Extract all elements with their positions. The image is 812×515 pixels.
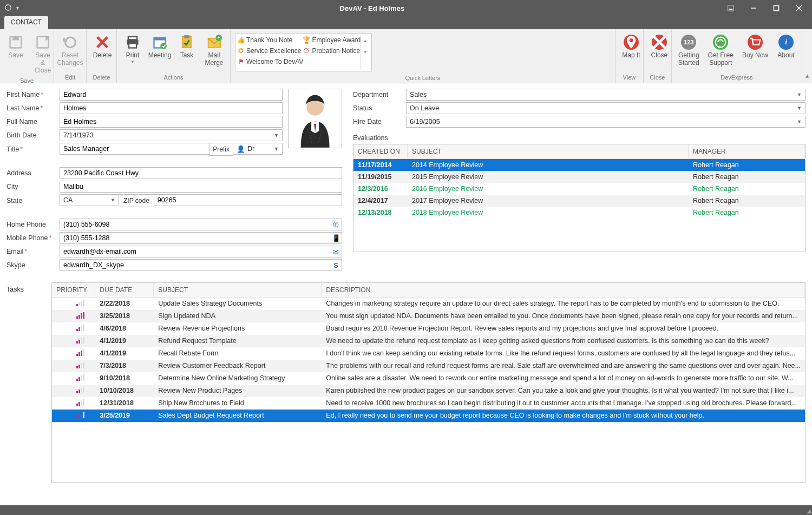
skype-field[interactable]	[60, 259, 330, 271]
table-row[interactable]: 10/10/2018Review New Product PagesKaren …	[52, 385, 805, 397]
quick-letters-gallery[interactable]: 👍Thank You Note ✪Service Excellence ⚑Wel…	[235, 34, 372, 71]
task-priority	[52, 372, 95, 385]
save-button[interactable]: Save	[2, 31, 29, 62]
eval-col-manager[interactable]: MANAGER	[689, 144, 805, 159]
map-it-button[interactable]: Map It	[618, 31, 645, 62]
zip-field[interactable]	[154, 194, 342, 206]
contact-photo[interactable]	[288, 89, 342, 148]
task-description: I don't think we can keep sending our ex…	[322, 347, 805, 360]
quick-letter-item[interactable]: ✪Service Excellence	[238, 46, 303, 56]
mobile-icon[interactable]: 📱	[330, 232, 342, 244]
table-row[interactable]: 9/10/2018Determine New Online Marketing …	[52, 372, 805, 385]
tasks-col-desc[interactable]: DESCRIPTION	[322, 283, 805, 297]
prefix-field[interactable]: 👤Dr▼	[233, 143, 283, 155]
mail-merge-button[interactable]: +Mail Merge	[200, 31, 228, 69]
task-description: Need to receive 1000 new brochures so I …	[322, 397, 805, 410]
ribbon-mode-icon[interactable]	[720, 0, 742, 16]
clock-icon: ⏱	[303, 48, 310, 54]
phone-icon[interactable]: ✆	[330, 219, 342, 230]
close-button[interactable]: Close	[646, 31, 673, 62]
quick-letter-item[interactable]: 👍Thank You Note	[238, 35, 303, 45]
task-button[interactable]: Task	[173, 31, 200, 62]
about-button[interactable]: iAbout	[772, 31, 800, 62]
get-free-support-button[interactable]: Get Free Support	[704, 31, 738, 69]
qat-dropdown-icon[interactable]: ▼	[15, 5, 20, 11]
table-row[interactable]: 4/1/2019Recall Rebate FormI don't think …	[52, 347, 805, 360]
svg-rect-21	[184, 35, 189, 38]
last-name-field[interactable]	[60, 102, 283, 114]
table-row[interactable]: 12/4/20172017 Employee ReviewRobert Reag…	[353, 195, 805, 207]
eval-col-subject[interactable]: SUBJECT	[408, 144, 689, 159]
table-row[interactable]: 11/19/20152015 Employee ReviewRobert Rea…	[353, 171, 805, 183]
ribbon-group-devexpress-label: DevExpress	[672, 73, 802, 83]
address-field[interactable]	[60, 167, 342, 179]
buy-now-button[interactable]: Buy Now	[738, 31, 772, 62]
app-icon	[4, 4, 12, 13]
task-priority	[52, 347, 95, 360]
task-priority	[52, 335, 95, 347]
table-row[interactable]: 3/25/2019Sales Dept Budget Request Repor…	[52, 410, 805, 422]
reset-changes-button[interactable]: Reset Changes	[56, 31, 84, 69]
save-close-button[interactable]: Save & Close	[29, 31, 56, 76]
mail-icon[interactable]: ✉	[330, 246, 342, 258]
table-row[interactable]: 12/3/20162016 Employee ReviewRobert Reag…	[353, 183, 805, 195]
ribbon-group-save-label: Save	[0, 76, 54, 86]
eval-col-created[interactable]: CREATED ON	[353, 144, 408, 159]
maximize-button[interactable]	[765, 0, 787, 16]
skype-icon[interactable]: S	[330, 259, 342, 271]
table-row[interactable]: 3/25/2018Sign Updated NDAYou must sign u…	[52, 310, 805, 322]
full-name-field[interactable]	[60, 116, 283, 128]
title-field[interactable]	[60, 143, 209, 155]
resize-grip-icon[interactable]: ◢	[807, 508, 811, 514]
gallery-up-icon[interactable]: ▲	[361, 35, 369, 47]
department-label: Department	[353, 91, 406, 98]
meeting-button[interactable]: Meeting	[146, 31, 173, 62]
birth-date-field[interactable]: 7/14/1973▼	[60, 129, 283, 141]
table-row[interactable]: 7/3/2018Review Customer Feedback ReportT…	[52, 360, 805, 372]
quick-letter-item[interactable]: ⏱Probation Notice	[303, 46, 361, 56]
tasks-col-priority[interactable]: PRIORITY	[52, 283, 95, 297]
table-row[interactable]: 4/6/2018Review Revenue ProjectionsBoard …	[52, 322, 805, 335]
zip-label: ZIP code	[119, 194, 154, 207]
ribbon-collapse-icon[interactable]: ▴	[802, 29, 812, 83]
table-row[interactable]: 12/31/2018Ship New Brochures to FieldNee…	[52, 397, 805, 410]
task-due: 3/25/2018	[95, 310, 154, 322]
mobile-phone-field[interactable]	[60, 232, 330, 244]
quick-letter-item[interactable]: 🏆Employee Award	[303, 35, 361, 45]
table-row[interactable]: 12/13/20182018 Employee ReviewRobert Rea…	[353, 207, 805, 219]
status-field[interactable]: On Leave▼	[406, 102, 806, 114]
state-field[interactable]: CA▼	[60, 194, 119, 206]
skype-label: Skype	[6, 261, 60, 269]
close-window-button[interactable]	[788, 0, 810, 16]
chevron-down-icon: ▼	[797, 119, 802, 124]
tasks-col-due[interactable]: DUE DATE	[95, 283, 154, 297]
task-due: 12/31/2018	[95, 397, 154, 410]
table-row[interactable]: 4/1/2019Refund Request TemplateWe need t…	[52, 335, 805, 347]
gallery-expand-icon[interactable]: ⁝	[361, 58, 369, 70]
evaluations-title: Evaluations	[353, 134, 806, 142]
task-subject: Review Customer Feedback Report	[154, 360, 322, 372]
print-button[interactable]: Print▼	[119, 31, 146, 67]
city-field[interactable]	[60, 181, 342, 193]
department-field[interactable]: Sales▼	[406, 89, 806, 101]
delete-button[interactable]: Delete	[89, 31, 116, 62]
getting-started-button[interactable]: 123Getting Started	[674, 31, 704, 69]
chevron-down-icon: ▼	[110, 197, 115, 203]
full-name-label: Full Name	[6, 118, 60, 126]
priority-bars-icon	[76, 349, 84, 356]
svg-rect-16	[129, 43, 136, 48]
quick-letter-item[interactable]: ⚑Welcome To DevAV	[238, 57, 303, 67]
tasks-col-subject[interactable]: SUBJECT	[154, 283, 322, 297]
ribbon-group-delete-label: Delete	[87, 73, 116, 83]
gallery-down-icon[interactable]: ▼	[361, 47, 369, 58]
eval-created: 12/3/2016	[353, 183, 408, 195]
minimize-button[interactable]	[743, 0, 764, 16]
table-row[interactable]: 2/22/2018Update Sales Strategy Documents…	[52, 298, 805, 310]
home-phone-field[interactable]	[60, 219, 330, 230]
hire-date-field[interactable]: 6/19/2005▼	[406, 116, 806, 128]
first-name-field[interactable]	[60, 89, 283, 101]
table-row[interactable]: 11/17/20142014 Employee ReviewRobert Rea…	[353, 159, 805, 171]
task-due: 4/1/2019	[95, 335, 154, 347]
email-field[interactable]	[60, 246, 330, 258]
tab-contact[interactable]: CONTACT	[4, 16, 48, 29]
